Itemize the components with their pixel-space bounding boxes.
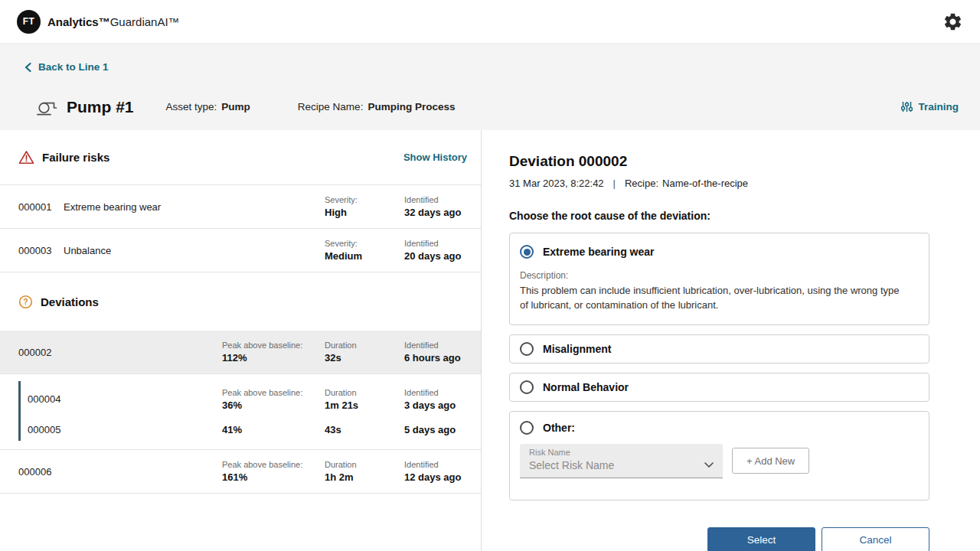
identified-stat: Identified 32 days ago	[404, 195, 469, 218]
training-label: Training	[918, 101, 959, 112]
deviation-row[interactable]: 000005 41% 43s 5 days ago	[28, 418, 469, 442]
peak-stat: Peak above baseline: 112%	[222, 341, 325, 364]
main-content: Failure risks Show History 000001 Extrem…	[0, 130, 980, 551]
select-button[interactable]: Select	[707, 527, 815, 551]
option-misalignment[interactable]: Misalignment	[509, 334, 929, 364]
brand-guardianai: GuardianAI™	[110, 15, 180, 28]
add-new-button[interactable]: + Add New	[732, 448, 809, 474]
description-label: Description:	[520, 270, 916, 281]
option-other[interactable]: Other: Risk Name Select Risk Name + Add …	[509, 411, 929, 500]
identified-label: Identified	[404, 341, 469, 350]
risk-name-select[interactable]: Risk Name Select Risk Name	[520, 444, 723, 478]
deviation-row-selected[interactable]: 000002 Peak above baseline: 112% Duratio…	[0, 331, 481, 374]
deviations-title: Deviations	[41, 295, 99, 308]
failure-risks-header: Failure risks Show History	[0, 130, 481, 185]
identified-label: Identified	[404, 460, 469, 469]
risks-deviations-panel: Failure risks Show History 000001 Extrem…	[0, 130, 482, 551]
severity-value: High	[325, 207, 404, 218]
identified-value: 6 hours ago	[404, 352, 469, 364]
training-button[interactable]: Training	[901, 101, 959, 112]
risk-id: 000001	[18, 201, 64, 213]
asset-header: Pump #1 Asset type: Pump Recipe Name: Pu…	[0, 90, 980, 124]
chevron-left-icon	[23, 62, 34, 73]
identified-stat: 5 days ago	[404, 424, 469, 435]
duration-stat: Duration 1h 2m	[325, 460, 404, 483]
severity-label: Severity:	[325, 239, 404, 248]
recipe-label: Recipe:	[625, 178, 658, 189]
back-link-label: Back to Line 1	[38, 61, 109, 73]
duration-value: 32s	[325, 352, 404, 364]
meta-divider: |	[613, 178, 616, 189]
settings-gear-icon[interactable]	[942, 11, 963, 32]
other-risk-form: Risk Name Select Risk Name + Add New	[520, 444, 916, 478]
peak-value: 41%	[222, 424, 325, 435]
identified-label: Identified	[404, 239, 469, 248]
peak-value: 161%	[222, 471, 325, 483]
option-label: Normal Behavior	[543, 381, 629, 393]
severity-label: Severity:	[325, 195, 404, 204]
radio-selected[interactable]	[520, 245, 534, 259]
peak-label: Peak above baseline:	[222, 460, 325, 469]
ft-logo-text: FT	[23, 16, 35, 27]
pump-icon	[35, 99, 58, 116]
duration-value: 43s	[325, 424, 404, 435]
identified-value: 20 days ago	[404, 250, 469, 262]
show-history-link[interactable]: Show History	[403, 152, 467, 163]
duration-label: Duration	[325, 341, 404, 350]
peak-label: Peak above baseline:	[222, 388, 325, 397]
option-normal-behavior[interactable]: Normal Behavior	[509, 373, 929, 402]
deviation-id: 000002	[18, 347, 64, 358]
warning-triangle-icon	[18, 150, 34, 165]
deviation-id: 000004	[28, 393, 222, 405]
option-extreme-bearing-wear[interactable]: Extreme bearing wear Description: This p…	[509, 233, 929, 325]
group-indicator-bar	[18, 381, 21, 441]
back-link[interactable]: Back to Line 1	[23, 61, 109, 73]
chevron-down-icon	[704, 458, 714, 470]
severity-stat: Severity: Medium	[325, 239, 404, 262]
duration-stat: Duration 32s	[325, 341, 404, 364]
identified-value: 3 days ago	[404, 399, 469, 411]
failure-risk-row[interactable]: 000003 Unbalance Severity: Medium Identi…	[0, 229, 481, 272]
brand-text: Analytics™GuardianAI™	[47, 15, 180, 28]
detail-actions: Select Cancel	[509, 527, 929, 551]
peak-value: 112%	[222, 352, 325, 364]
duration-label: Duration	[325, 388, 404, 397]
ft-logo: FT	[17, 10, 41, 34]
recipe-name-value: Pumping Process	[368, 101, 455, 112]
subheader: Back to Line 1 Pump #1 Asset type: Pump …	[0, 44, 980, 130]
peak-value: 36%	[222, 399, 325, 411]
page-title: Pump #1	[67, 98, 134, 116]
brand: FT Analytics™GuardianAI™	[17, 10, 180, 34]
identified-label: Identified	[404, 388, 469, 397]
brand-analytics: Analytics™	[47, 15, 110, 28]
radio-unselected[interactable]	[520, 342, 534, 356]
identified-stat: Identified 6 hours ago	[404, 341, 469, 364]
risk-name-value: Select Risk Name	[529, 459, 714, 471]
radio-unselected[interactable]	[520, 380, 534, 394]
risk-name-label: Risk Name	[529, 448, 714, 457]
recipe-name-pair: Recipe Name: Pumping Process	[298, 101, 456, 112]
severity-stat: Severity: High	[325, 195, 404, 218]
cancel-button[interactable]: Cancel	[822, 527, 929, 551]
failure-risk-row[interactable]: 000001 Extreme bearing wear Severity: Hi…	[0, 185, 481, 229]
root-cause-prompt: Choose the root cause of the deviation:	[509, 210, 929, 222]
sliders-icon	[901, 101, 913, 112]
severity-value: Medium	[325, 250, 404, 262]
radio-unselected[interactable]	[520, 421, 534, 435]
option-label: Extreme bearing wear	[543, 246, 655, 258]
deviation-id: 000006	[18, 466, 64, 478]
deviation-group: 000004 Peak above baseline: 36% Duration…	[0, 374, 481, 450]
topbar: FT Analytics™GuardianAI™	[0, 0, 980, 44]
recipe-value: Name-of-the-recipe	[662, 178, 748, 189]
question-circle-icon: ?	[18, 295, 33, 309]
risk-name: Unbalance	[64, 245, 222, 256]
deviations-header: ? Deviations	[0, 272, 481, 331]
deviation-row[interactable]: 000004 Peak above baseline: 36% Duration…	[28, 380, 469, 418]
deviation-row[interactable]: 000006 Peak above baseline: 161% Duratio…	[0, 450, 481, 494]
deviation-timestamp: 31 Mar 2023, 8:22:42	[509, 178, 604, 189]
identified-label: Identified	[404, 195, 469, 204]
identified-stat: Identified 20 days ago	[404, 239, 469, 262]
duration-value: 1m 21s	[325, 399, 404, 411]
risk-id: 000003	[18, 245, 64, 256]
recipe-name-label: Recipe Name:	[298, 101, 364, 112]
